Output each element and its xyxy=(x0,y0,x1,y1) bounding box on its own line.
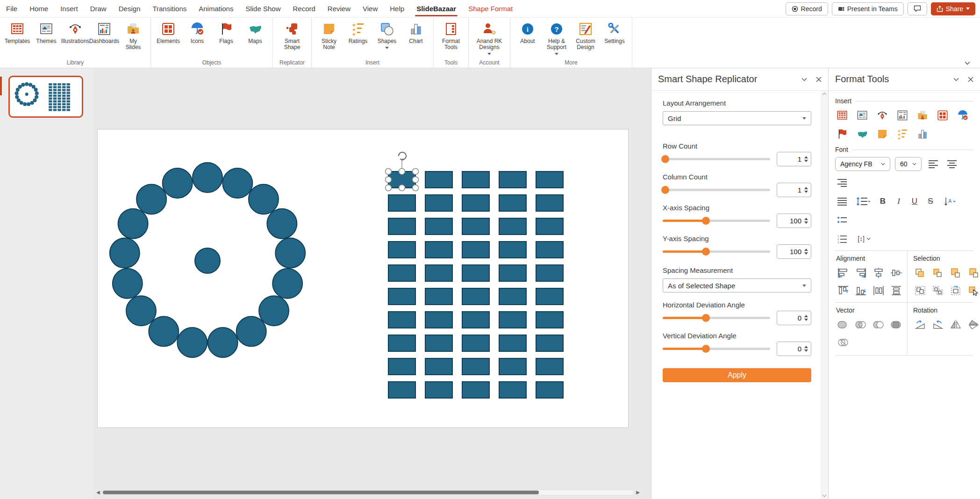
present-in-teams-button[interactable]: Present in Teams xyxy=(832,2,904,15)
grid-shape[interactable] xyxy=(388,218,415,235)
maps-button[interactable]: Maps xyxy=(241,20,270,46)
flags-button[interactable]: Flags xyxy=(212,20,241,46)
pane-close-icon[interactable] xyxy=(816,77,822,82)
grid-shape[interactable] xyxy=(49,100,52,102)
grid-shape[interactable] xyxy=(499,358,526,375)
menu-transitions[interactable]: Transitions xyxy=(146,0,193,18)
insert-elements-button[interactable] xyxy=(936,108,950,122)
regroup-button[interactable] xyxy=(949,284,963,298)
ring-shape[interactable] xyxy=(118,209,148,239)
ring-shape[interactable] xyxy=(113,269,143,299)
selection-handle[interactable] xyxy=(386,169,392,175)
templates-button[interactable]: Templates xyxy=(3,20,32,46)
grid-shape[interactable] xyxy=(62,92,65,94)
ring-shape[interactable] xyxy=(110,238,140,268)
grid-shape[interactable] xyxy=(53,95,57,97)
justify-button[interactable] xyxy=(835,194,849,208)
send-to-back-button[interactable] xyxy=(966,266,980,280)
grid-shape[interactable] xyxy=(62,89,65,91)
horizontal-deviation-input[interactable]: 0 xyxy=(777,311,811,325)
grid-shape[interactable] xyxy=(49,92,52,94)
grid-shape[interactable] xyxy=(49,109,52,111)
grid-shape[interactable] xyxy=(49,103,52,105)
ring-shape[interactable] xyxy=(21,83,25,87)
grid-shape[interactable] xyxy=(53,109,57,111)
grid-shape[interactable] xyxy=(62,109,65,111)
chart-button[interactable]: Chart xyxy=(401,20,430,46)
grid-shape[interactable] xyxy=(62,106,65,108)
align-objects-middle-button[interactable] xyxy=(889,266,903,280)
grid-shape[interactable] xyxy=(425,265,452,281)
bring-to-front-button[interactable] xyxy=(949,266,963,280)
grid-shape[interactable] xyxy=(388,242,415,258)
grid-shape[interactable] xyxy=(499,171,526,188)
selection-handle[interactable] xyxy=(413,169,419,175)
x-spacing-spinner[interactable] xyxy=(804,218,811,224)
group-button[interactable] xyxy=(913,284,927,298)
spacing-measurement-select[interactable]: As of Selected Shape xyxy=(663,278,811,292)
grid-shape[interactable] xyxy=(58,98,61,100)
menu-view[interactable]: View xyxy=(357,0,384,18)
align-text-center-button[interactable] xyxy=(945,157,959,171)
menu-help[interactable]: Help xyxy=(384,0,410,18)
char-spacing-button[interactable]: [↕] xyxy=(854,232,874,246)
scroll-left-icon[interactable]: ◀ xyxy=(96,489,100,496)
y-spacing-slider-thumb[interactable] xyxy=(702,248,710,256)
x-spacing-slider-thumb[interactable] xyxy=(702,217,710,225)
insert-illustrations-button[interactable] xyxy=(875,108,889,122)
font-size-select[interactable]: 60 xyxy=(895,157,922,171)
sticky-note-button[interactable]: Sticky Note xyxy=(315,20,343,52)
ratings-button[interactable]: ★★★ Ratings xyxy=(343,20,372,46)
ring-shape[interactable] xyxy=(35,95,38,99)
text-direction-button[interactable]: A xyxy=(941,194,959,208)
insert-flags-button[interactable] xyxy=(835,127,849,141)
grid-shape[interactable] xyxy=(67,100,70,102)
grid-shape[interactable] xyxy=(62,103,65,105)
vector-combine-button[interactable] xyxy=(854,318,868,332)
grid-shape[interactable] xyxy=(58,103,61,105)
grid-shape[interactable] xyxy=(536,171,563,188)
vertical-deviation-slider[interactable] xyxy=(663,348,770,350)
grid-shape[interactable] xyxy=(53,86,57,88)
horizontal-deviation-spinner[interactable] xyxy=(804,315,811,321)
distribute-vertically-button[interactable] xyxy=(889,284,903,298)
grid-shape[interactable] xyxy=(388,335,415,351)
vertical-deviation-input[interactable]: 0 xyxy=(777,342,811,356)
grid-shape[interactable] xyxy=(62,100,65,102)
grid-shape[interactable] xyxy=(49,86,52,88)
menu-file[interactable]: File xyxy=(0,0,23,18)
ring-shape[interactable] xyxy=(208,328,238,357)
insert-icons-button[interactable] xyxy=(956,108,970,122)
grid-shape[interactable] xyxy=(536,335,563,351)
grid-shape[interactable] xyxy=(62,83,65,85)
grid-shape[interactable] xyxy=(49,83,52,85)
ring-shape[interactable] xyxy=(34,88,38,92)
select-objects-button[interactable] xyxy=(966,284,980,298)
scrollbar-thumb[interactable] xyxy=(103,491,539,494)
custom-design-button[interactable]: Custom Design xyxy=(571,20,600,52)
ring-shape[interactable] xyxy=(267,209,297,239)
grid-shape[interactable] xyxy=(425,195,452,211)
flip-vertical-button[interactable] xyxy=(966,318,980,332)
insert-chart-button[interactable] xyxy=(916,127,930,141)
grid-shape[interactable] xyxy=(388,265,415,281)
menu-animations[interactable]: Animations xyxy=(193,0,239,18)
grid-shape[interactable] xyxy=(58,106,61,108)
ring-shape[interactable] xyxy=(272,269,302,299)
record-button[interactable]: Record xyxy=(786,2,828,15)
grid-shape[interactable] xyxy=(536,218,563,235)
grid-shape[interactable] xyxy=(425,312,452,328)
line-spacing-button[interactable] xyxy=(854,194,873,208)
collapse-ribbon-button[interactable] xyxy=(964,61,971,65)
grid-shape[interactable] xyxy=(462,358,489,375)
grid-shape[interactable] xyxy=(67,83,70,85)
ring-shape[interactable] xyxy=(20,101,23,105)
grid-shape[interactable] xyxy=(462,335,489,351)
grid-shape[interactable] xyxy=(462,242,489,258)
ring-shape[interactable] xyxy=(29,83,32,87)
grid-shape[interactable] xyxy=(388,312,415,328)
ring-shape[interactable] xyxy=(25,82,29,86)
grid-shape[interactable] xyxy=(462,265,489,281)
ring-shape[interactable] xyxy=(15,95,19,99)
ungroup-button[interactable] xyxy=(931,284,945,298)
